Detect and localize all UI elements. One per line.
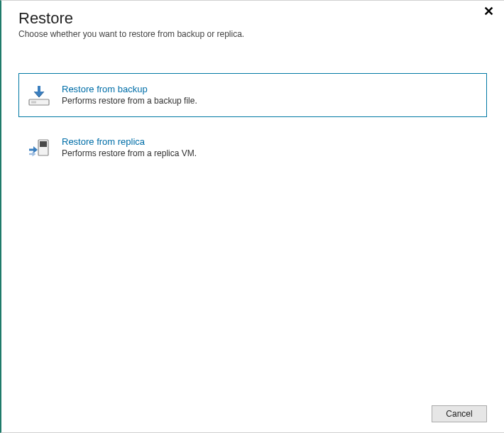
options-area: Restore from backup Performs restore fro… <box>1 45 504 398</box>
option-text: Restore from backup Performs restore fro… <box>62 84 479 106</box>
cancel-button[interactable]: Cancel <box>432 405 487 422</box>
option-description: Performs restore from a backup file. <box>62 96 479 107</box>
svg-rect-1 <box>31 102 36 104</box>
option-title: Restore from backup <box>62 84 479 96</box>
option-description: Performs restore from a replica VM. <box>62 148 479 160</box>
option-text: Restore from replica Performs restore fr… <box>62 136 479 159</box>
dialog-footer: Cancel <box>1 398 504 432</box>
dialog-title: Restore <box>18 9 487 28</box>
option-title: Restore from replica <box>62 136 479 148</box>
option-restore-from-backup[interactable]: Restore from backup Performs restore fro… <box>18 73 487 117</box>
dialog-header: ✕ Restore Choose whether you want to res… <box>1 1 504 45</box>
replica-icon <box>26 135 52 160</box>
backup-icon <box>26 82 52 108</box>
dialog-subtitle: Choose whether you want to restore from … <box>18 29 487 39</box>
restore-dialog: ✕ Restore Choose whether you want to res… <box>0 0 504 433</box>
close-button[interactable]: ✕ <box>481 5 495 19</box>
svg-rect-3 <box>40 141 47 147</box>
option-restore-from-replica[interactable]: Restore from replica Performs restore fr… <box>18 126 487 170</box>
